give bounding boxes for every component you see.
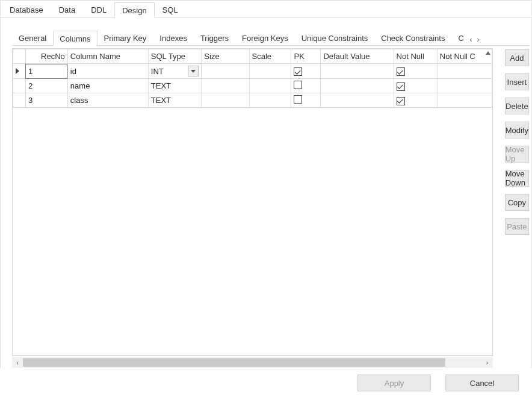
table-row[interactable]: 2nameTEXT xyxy=(13,79,492,93)
columns-action-buttons: Add Insert Delete Modify Move Up Move Do… xyxy=(505,48,529,368)
header-sql-type[interactable]: SQL Type xyxy=(148,49,202,64)
cell-size[interactable] xyxy=(202,79,249,93)
sql-type-value: INT xyxy=(151,67,164,76)
tab-database[interactable]: Database xyxy=(2,2,51,17)
dialog-footer: Apply Cancel xyxy=(0,368,532,398)
header-not-null-conflict-label: Not Null C xyxy=(440,52,475,61)
sort-asc-icon xyxy=(486,51,490,55)
cell-size[interactable] xyxy=(202,64,249,79)
cell-not-null-conflict[interactable] xyxy=(437,79,492,93)
design-subtabs: General Columns Primary Key Indexes Trig… xyxy=(12,29,529,46)
pk-checkbox[interactable] xyxy=(294,67,302,76)
pk-checkbox[interactable] xyxy=(294,95,302,104)
current-row-icon xyxy=(16,68,19,74)
subtab-scroll-left-icon[interactable]: ‹ xyxy=(469,36,472,44)
delete-button[interactable]: Delete xyxy=(505,98,529,114)
cell-sql-type[interactable]: INT xyxy=(148,64,202,79)
hscroll-left-icon[interactable]: ‹ xyxy=(12,357,23,368)
cell-pk[interactable] xyxy=(291,93,321,108)
cell-column-name[interactable]: id xyxy=(67,64,148,79)
cancel-button[interactable]: Cancel xyxy=(445,375,519,391)
tab-ddl[interactable]: DDL xyxy=(83,2,114,17)
cell-sql-type[interactable]: TEXT xyxy=(148,79,202,93)
cell-column-name[interactable]: name xyxy=(67,79,148,93)
cell-scale[interactable] xyxy=(249,64,291,79)
header-indicator xyxy=(13,49,26,64)
tab-design[interactable]: Design xyxy=(114,2,154,17)
paste-button[interactable]: Paste xyxy=(505,218,529,235)
table-row[interactable]: 1idINT xyxy=(13,64,492,79)
horizontal-scrollbar[interactable]: ‹ › xyxy=(12,357,493,368)
subtab-unique-constraints[interactable]: Unique Constraints xyxy=(295,30,375,45)
insert-button[interactable]: Insert xyxy=(505,73,529,90)
row-indicator xyxy=(13,64,26,79)
chevron-down-icon xyxy=(191,70,196,73)
sql-type-dropdown-button[interactable] xyxy=(188,66,199,76)
cell-default-value[interactable] xyxy=(321,64,394,79)
subtab-columns[interactable]: Columns xyxy=(53,31,97,46)
cell-recno[interactable]: 2 xyxy=(25,79,67,93)
table-row[interactable]: 3classTEXT xyxy=(13,93,492,108)
cell-not-null[interactable] xyxy=(394,79,437,93)
sql-type-value: TEXT xyxy=(151,81,171,90)
subtab-foreign-keys[interactable]: Foreign Keys xyxy=(235,30,295,45)
cell-size[interactable] xyxy=(202,93,249,108)
hscroll-thumb[interactable] xyxy=(23,358,445,367)
row-indicator xyxy=(13,93,26,108)
cell-not-null[interactable] xyxy=(394,64,437,79)
header-recno[interactable]: RecNo xyxy=(25,49,67,64)
header-default[interactable]: Default Value xyxy=(321,49,394,64)
design-panel: General Columns Primary Key Indexes Trig… xyxy=(12,29,529,368)
subtab-scroll-right-icon[interactable]: › xyxy=(477,36,479,44)
header-column-name[interactable]: Column Name xyxy=(67,49,148,64)
cell-sql-type[interactable]: TEXT xyxy=(148,93,202,108)
not-null-checkbox[interactable] xyxy=(397,67,405,76)
cell-recno[interactable]: 1 xyxy=(25,64,67,79)
move-up-button[interactable]: Move Up xyxy=(505,146,529,163)
cell-pk[interactable] xyxy=(291,64,321,79)
not-null-checkbox[interactable] xyxy=(397,97,405,105)
header-pk[interactable]: PK xyxy=(291,49,321,64)
subtab-general[interactable]: General xyxy=(12,30,53,45)
cell-not-null-conflict[interactable] xyxy=(437,64,492,79)
cell-scale[interactable] xyxy=(249,79,291,93)
cell-scale[interactable] xyxy=(249,93,291,108)
cell-column-name[interactable]: class xyxy=(67,93,148,108)
subtab-indexes[interactable]: Indexes xyxy=(153,30,194,45)
cell-not-null[interactable] xyxy=(394,93,437,108)
modify-button[interactable]: Modify xyxy=(505,122,529,138)
subtab-overflow[interactable]: C xyxy=(451,30,465,45)
not-null-checkbox[interactable] xyxy=(397,82,405,91)
columns-grid[interactable]: RecNo Column Name SQL Type Size Scale PK… xyxy=(13,49,492,355)
tab-data[interactable]: Data xyxy=(51,2,83,17)
move-down-button[interactable]: Move Down xyxy=(505,170,529,187)
subtab-check-constraints[interactable]: Check Constraints xyxy=(374,30,451,45)
row-indicator xyxy=(13,79,26,93)
apply-button[interactable]: Apply xyxy=(357,375,431,391)
cell-pk[interactable] xyxy=(291,79,321,93)
sql-type-value: TEXT xyxy=(151,96,171,105)
columns-grid-area: RecNo Column Name SQL Type Size Scale PK… xyxy=(12,48,493,368)
hscroll-right-icon[interactable]: › xyxy=(482,357,493,368)
columns-header-row: RecNo Column Name SQL Type Size Scale PK… xyxy=(13,49,492,64)
pk-checkbox[interactable] xyxy=(294,81,302,89)
cell-recno[interactable]: 3 xyxy=(25,93,67,108)
subtab-primary-key[interactable]: Primary Key xyxy=(97,30,153,45)
subtab-triggers[interactable]: Triggers xyxy=(194,30,235,45)
header-size[interactable]: Size xyxy=(202,49,249,64)
add-button[interactable]: Add xyxy=(505,49,529,66)
header-not-null-conflict[interactable]: Not Null C xyxy=(437,49,492,64)
cell-default-value[interactable] xyxy=(321,93,394,108)
cell-not-null-conflict[interactable] xyxy=(437,93,492,108)
copy-button[interactable]: Copy xyxy=(505,194,529,211)
outer-tabstrip: Database Data DDL Design SQL xyxy=(1,1,531,17)
tab-sql[interactable]: SQL xyxy=(155,2,186,17)
cell-default-value[interactable] xyxy=(321,79,394,93)
header-scale[interactable]: Scale xyxy=(249,49,291,64)
header-not-null[interactable]: Not Null xyxy=(394,49,437,64)
